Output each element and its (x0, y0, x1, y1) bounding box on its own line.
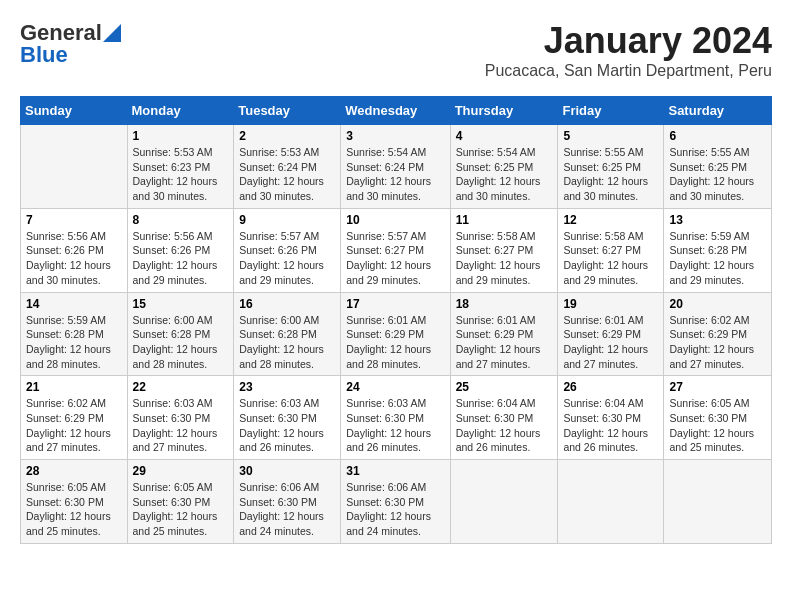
day-info: Sunrise: 5:57 AMSunset: 6:27 PMDaylight:… (346, 229, 444, 288)
logo-icon (103, 24, 121, 42)
table-row: 22Sunrise: 6:03 AMSunset: 6:30 PMDayligh… (127, 376, 234, 460)
table-row: 12Sunrise: 5:58 AMSunset: 6:27 PMDayligh… (558, 208, 664, 292)
day-info: Sunrise: 6:06 AMSunset: 6:30 PMDaylight:… (346, 480, 444, 539)
day-info: Sunrise: 5:57 AMSunset: 6:26 PMDaylight:… (239, 229, 335, 288)
day-number: 22 (133, 380, 229, 394)
day-number: 12 (563, 213, 658, 227)
table-row: 25Sunrise: 6:04 AMSunset: 6:30 PMDayligh… (450, 376, 558, 460)
table-row: 27Sunrise: 6:05 AMSunset: 6:30 PMDayligh… (664, 376, 772, 460)
col-wednesday: Wednesday (341, 97, 450, 125)
day-number: 14 (26, 297, 122, 311)
table-row: 4Sunrise: 5:54 AMSunset: 6:25 PMDaylight… (450, 125, 558, 209)
table-row: 21Sunrise: 6:02 AMSunset: 6:29 PMDayligh… (21, 376, 128, 460)
day-number: 19 (563, 297, 658, 311)
table-row: 23Sunrise: 6:03 AMSunset: 6:30 PMDayligh… (234, 376, 341, 460)
table-row: 9Sunrise: 5:57 AMSunset: 6:26 PMDaylight… (234, 208, 341, 292)
day-number: 31 (346, 464, 444, 478)
table-row: 28Sunrise: 6:05 AMSunset: 6:30 PMDayligh… (21, 460, 128, 544)
day-info: Sunrise: 6:05 AMSunset: 6:30 PMDaylight:… (133, 480, 229, 539)
table-row: 1Sunrise: 5:53 AMSunset: 6:23 PMDaylight… (127, 125, 234, 209)
day-number: 13 (669, 213, 766, 227)
day-number: 21 (26, 380, 122, 394)
calendar-table: Sunday Monday Tuesday Wednesday Thursday… (20, 96, 772, 544)
day-info: Sunrise: 6:01 AMSunset: 6:29 PMDaylight:… (346, 313, 444, 372)
logo: General Blue (20, 20, 121, 68)
day-info: Sunrise: 6:04 AMSunset: 6:30 PMDaylight:… (456, 396, 553, 455)
day-number: 1 (133, 129, 229, 143)
day-info: Sunrise: 5:53 AMSunset: 6:24 PMDaylight:… (239, 145, 335, 204)
day-info: Sunrise: 6:02 AMSunset: 6:29 PMDaylight:… (26, 396, 122, 455)
day-info: Sunrise: 5:55 AMSunset: 6:25 PMDaylight:… (669, 145, 766, 204)
logo-blue-text: Blue (20, 42, 68, 68)
day-info: Sunrise: 6:03 AMSunset: 6:30 PMDaylight:… (346, 396, 444, 455)
table-row: 10Sunrise: 5:57 AMSunset: 6:27 PMDayligh… (341, 208, 450, 292)
day-info: Sunrise: 5:56 AMSunset: 6:26 PMDaylight:… (133, 229, 229, 288)
col-friday: Friday (558, 97, 664, 125)
day-number: 9 (239, 213, 335, 227)
table-row: 29Sunrise: 6:05 AMSunset: 6:30 PMDayligh… (127, 460, 234, 544)
day-number: 27 (669, 380, 766, 394)
day-info: Sunrise: 6:00 AMSunset: 6:28 PMDaylight:… (133, 313, 229, 372)
day-info: Sunrise: 5:55 AMSunset: 6:25 PMDaylight:… (563, 145, 658, 204)
table-row: 3Sunrise: 5:54 AMSunset: 6:24 PMDaylight… (341, 125, 450, 209)
day-info: Sunrise: 5:59 AMSunset: 6:28 PMDaylight:… (26, 313, 122, 372)
day-info: Sunrise: 6:01 AMSunset: 6:29 PMDaylight:… (456, 313, 553, 372)
day-info: Sunrise: 5:59 AMSunset: 6:28 PMDaylight:… (669, 229, 766, 288)
col-thursday: Thursday (450, 97, 558, 125)
table-row: 26Sunrise: 6:04 AMSunset: 6:30 PMDayligh… (558, 376, 664, 460)
table-row: 17Sunrise: 6:01 AMSunset: 6:29 PMDayligh… (341, 292, 450, 376)
day-info: Sunrise: 6:05 AMSunset: 6:30 PMDaylight:… (669, 396, 766, 455)
table-row (558, 460, 664, 544)
table-row: 5Sunrise: 5:55 AMSunset: 6:25 PMDaylight… (558, 125, 664, 209)
table-row: 24Sunrise: 6:03 AMSunset: 6:30 PMDayligh… (341, 376, 450, 460)
table-row: 31Sunrise: 6:06 AMSunset: 6:30 PMDayligh… (341, 460, 450, 544)
day-info: Sunrise: 6:04 AMSunset: 6:30 PMDaylight:… (563, 396, 658, 455)
day-info: Sunrise: 5:58 AMSunset: 6:27 PMDaylight:… (456, 229, 553, 288)
table-row: 11Sunrise: 5:58 AMSunset: 6:27 PMDayligh… (450, 208, 558, 292)
day-number: 17 (346, 297, 444, 311)
day-info: Sunrise: 5:54 AMSunset: 6:25 PMDaylight:… (456, 145, 553, 204)
day-info: Sunrise: 6:03 AMSunset: 6:30 PMDaylight:… (239, 396, 335, 455)
day-info: Sunrise: 6:06 AMSunset: 6:30 PMDaylight:… (239, 480, 335, 539)
table-row: 6Sunrise: 5:55 AMSunset: 6:25 PMDaylight… (664, 125, 772, 209)
day-info: Sunrise: 6:03 AMSunset: 6:30 PMDaylight:… (133, 396, 229, 455)
day-number: 8 (133, 213, 229, 227)
table-row: 8Sunrise: 5:56 AMSunset: 6:26 PMDaylight… (127, 208, 234, 292)
table-row: 7Sunrise: 5:56 AMSunset: 6:26 PMDaylight… (21, 208, 128, 292)
day-number: 10 (346, 213, 444, 227)
day-number: 24 (346, 380, 444, 394)
day-number: 4 (456, 129, 553, 143)
day-number: 20 (669, 297, 766, 311)
month-title: January 2024 (485, 20, 772, 62)
table-row: 30Sunrise: 6:06 AMSunset: 6:30 PMDayligh… (234, 460, 341, 544)
calendar-week-row: 21Sunrise: 6:02 AMSunset: 6:29 PMDayligh… (21, 376, 772, 460)
day-info: Sunrise: 5:58 AMSunset: 6:27 PMDaylight:… (563, 229, 658, 288)
day-number: 5 (563, 129, 658, 143)
col-sunday: Sunday (21, 97, 128, 125)
table-row: 19Sunrise: 6:01 AMSunset: 6:29 PMDayligh… (558, 292, 664, 376)
page-header: General Blue January 2024 Pucacaca, San … (20, 20, 772, 80)
table-row: 2Sunrise: 5:53 AMSunset: 6:24 PMDaylight… (234, 125, 341, 209)
day-number: 26 (563, 380, 658, 394)
day-number: 23 (239, 380, 335, 394)
table-row (450, 460, 558, 544)
day-number: 11 (456, 213, 553, 227)
table-row: 15Sunrise: 6:00 AMSunset: 6:28 PMDayligh… (127, 292, 234, 376)
calendar-week-row: 1Sunrise: 5:53 AMSunset: 6:23 PMDaylight… (21, 125, 772, 209)
col-monday: Monday (127, 97, 234, 125)
table-row (664, 460, 772, 544)
day-number: 3 (346, 129, 444, 143)
day-number: 2 (239, 129, 335, 143)
day-number: 29 (133, 464, 229, 478)
day-number: 30 (239, 464, 335, 478)
day-number: 15 (133, 297, 229, 311)
day-info: Sunrise: 5:56 AMSunset: 6:26 PMDaylight:… (26, 229, 122, 288)
calendar-week-row: 7Sunrise: 5:56 AMSunset: 6:26 PMDaylight… (21, 208, 772, 292)
day-info: Sunrise: 5:54 AMSunset: 6:24 PMDaylight:… (346, 145, 444, 204)
col-saturday: Saturday (664, 97, 772, 125)
day-number: 6 (669, 129, 766, 143)
day-info: Sunrise: 5:53 AMSunset: 6:23 PMDaylight:… (133, 145, 229, 204)
day-info: Sunrise: 6:01 AMSunset: 6:29 PMDaylight:… (563, 313, 658, 372)
table-row: 14Sunrise: 5:59 AMSunset: 6:28 PMDayligh… (21, 292, 128, 376)
day-number: 16 (239, 297, 335, 311)
